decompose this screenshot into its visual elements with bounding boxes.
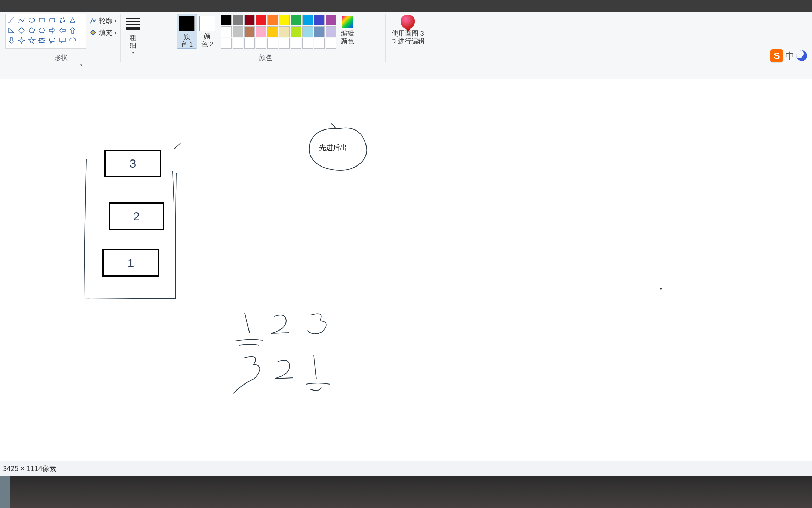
palette-swatch[interactable] xyxy=(221,26,232,37)
color2-label: 颜 色 2 xyxy=(201,32,214,48)
shape-callout-rect[interactable] xyxy=(57,36,67,45)
shape-arrow-right[interactable] xyxy=(47,25,57,35)
shape-oval[interactable] xyxy=(27,15,36,25)
palette-swatch[interactable] xyxy=(302,15,313,25)
svg-rect-3 xyxy=(49,38,55,42)
titlebar-dark xyxy=(0,0,812,12)
palette-swatch[interactable] xyxy=(256,38,266,49)
color-palette xyxy=(221,14,336,49)
palette-swatch[interactable] xyxy=(291,15,301,25)
edit-colors-button[interactable]: 编辑 颜色 xyxy=(340,14,355,45)
paint-canvas[interactable]: 3 2 1 先进后出 xyxy=(0,79,812,461)
shape-rect[interactable] xyxy=(37,15,47,25)
palette-swatch[interactable] xyxy=(244,26,255,37)
palette-swatch[interactable] xyxy=(302,38,313,49)
ime-moon-icon xyxy=(796,50,807,61)
stack-box-3: 3 xyxy=(104,150,161,177)
shape-callout-round[interactable] xyxy=(47,36,57,45)
palette-swatch[interactable] xyxy=(314,38,325,49)
palette-swatch[interactable] xyxy=(221,15,232,25)
canvas-size-label: 3425 × 1114像素 xyxy=(3,464,56,473)
paint3d-button[interactable]: 使用画图 3 D 进行编辑 xyxy=(388,14,427,45)
palette-swatch[interactable] xyxy=(279,26,290,37)
shape-arrow-down[interactable] xyxy=(6,36,16,45)
palette-swatch[interactable] xyxy=(244,38,255,49)
palette-swatch[interactable] xyxy=(221,38,232,49)
shape-arrow-up[interactable] xyxy=(68,25,77,35)
shape-triangle[interactable] xyxy=(68,15,77,25)
palette-swatch[interactable] xyxy=(314,26,325,37)
shape-diamond[interactable] xyxy=(17,25,26,35)
shape-arrow-left[interactable] xyxy=(57,25,67,35)
svg-point-0 xyxy=(29,18,35,22)
shape-curve[interactable] xyxy=(17,15,26,25)
ime-sogou-icon: S xyxy=(770,49,783,62)
color2-swatch xyxy=(199,16,215,31)
outline-label: 轮廓 xyxy=(99,16,112,25)
shape-polygon[interactable] xyxy=(57,15,67,25)
shape-outline-dropdown[interactable]: 轮廓 ▾ xyxy=(89,16,116,25)
shape-right-triangle[interactable] xyxy=(6,25,16,35)
palette-swatch[interactable] xyxy=(326,15,336,25)
color1-label: 颜 色 1 xyxy=(181,33,193,48)
palette-swatch[interactable] xyxy=(291,26,301,37)
status-bar: 3425 × 1114像素 xyxy=(0,461,812,476)
stack-box-2: 2 xyxy=(109,202,164,230)
svg-rect-1 xyxy=(39,18,44,22)
shape-line[interactable] xyxy=(6,15,16,25)
ime-indicator[interactable]: S 中 xyxy=(770,49,807,62)
shape-fill-dropdown[interactable]: 填充 ▾ xyxy=(89,28,116,37)
palette-swatch[interactable] xyxy=(302,26,313,37)
palette-swatch[interactable] xyxy=(279,15,290,25)
shape-callout-cloud[interactable] xyxy=(68,36,77,45)
palette-swatch[interactable] xyxy=(256,26,266,37)
shapes-gallery-expand[interactable]: ▾ xyxy=(78,36,84,69)
color1-swatch xyxy=(179,16,195,31)
bubble-text: 先进后出 xyxy=(319,143,347,152)
fill-label: 填充 xyxy=(99,28,112,37)
palette-swatch[interactable] xyxy=(326,26,336,37)
palette-swatch[interactable] xyxy=(279,38,290,49)
palette-swatch[interactable] xyxy=(314,15,325,25)
palette-swatch[interactable] xyxy=(233,15,243,25)
ribbon-group-paint3d: 使用画图 3 D 进行编辑 xyxy=(386,14,430,62)
palette-swatch[interactable] xyxy=(233,38,243,49)
ribbon-group-stroke: 粗 细 ▾ xyxy=(121,14,146,62)
taskbar-area xyxy=(0,476,812,508)
shape-star4[interactable] xyxy=(17,36,26,45)
ribbon-group-shapes: ▾ 轮廓 ▾ 填充 ▾ 形状 xyxy=(1,14,121,62)
color2-button[interactable]: 颜 色 2 xyxy=(197,14,217,48)
shape-hexagon[interactable] xyxy=(37,25,47,35)
stroke-width-button[interactable]: 粗 细 ▾ xyxy=(125,14,142,55)
color1-button[interactable]: 颜 色 1 xyxy=(177,14,197,49)
shape-star6[interactable] xyxy=(37,36,47,45)
palette-swatch[interactable] xyxy=(267,38,278,49)
svg-rect-4 xyxy=(60,38,65,42)
svg-point-6 xyxy=(660,288,662,289)
palette-swatch[interactable] xyxy=(244,15,255,25)
stroke-label: 粗 细 xyxy=(130,34,136,49)
group-label-colors: 颜色 xyxy=(149,51,382,62)
shape-star5[interactable] xyxy=(27,36,36,45)
paint3d-icon xyxy=(401,15,415,29)
palette-swatch[interactable] xyxy=(267,26,278,37)
svg-rect-5 xyxy=(342,16,353,28)
stack-box-1: 1 xyxy=(102,249,159,277)
ime-lang-label: 中 xyxy=(785,50,794,62)
shape-pentagon[interactable] xyxy=(27,25,36,35)
palette-swatch[interactable] xyxy=(256,15,266,25)
taskbar-thumb[interactable] xyxy=(0,476,10,508)
shapes-gallery[interactable]: ▾ xyxy=(5,14,86,49)
stroke-width-icon xyxy=(125,16,142,32)
canvas-area[interactable]: 3 2 1 先进后出 xyxy=(0,79,812,461)
palette-swatch[interactable] xyxy=(326,38,336,49)
shape-roundrect[interactable] xyxy=(47,15,57,25)
edit-colors-label: 编辑 颜色 xyxy=(341,30,354,45)
palette-swatch[interactable] xyxy=(267,15,278,25)
group-label-shapes: 形状 xyxy=(4,51,117,62)
palette-swatch[interactable] xyxy=(291,38,301,49)
svg-rect-2 xyxy=(50,18,55,22)
ribbon: ▾ 轮廓 ▾ 填充 ▾ 形状 xyxy=(0,12,812,79)
ribbon-group-colors: 颜 色 1 颜 色 2 编辑 颜色 颜色 xyxy=(146,14,386,62)
palette-swatch[interactable] xyxy=(233,26,243,37)
